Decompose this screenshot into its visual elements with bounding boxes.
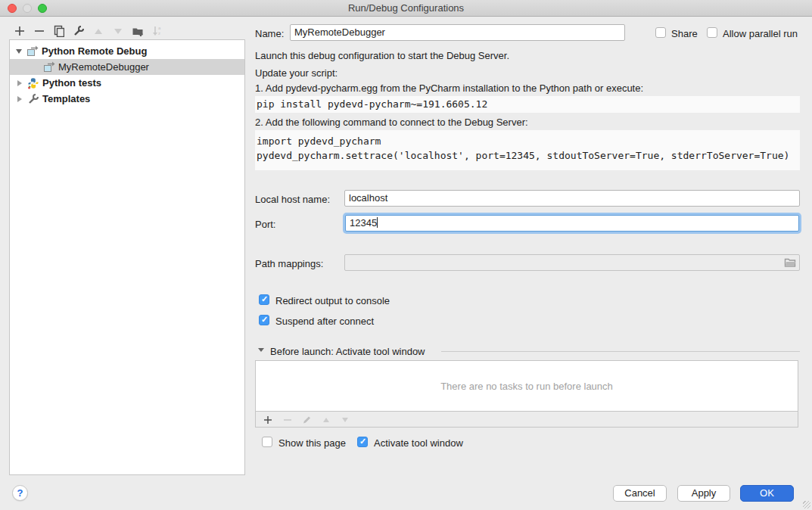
description-line-1: Launch this debug configuration to start…	[255, 50, 509, 61]
configurations-tree: Python Remote Debug MyRemoteDebugger Pyt…	[9, 39, 245, 475]
suspend-after-connect-label[interactable]: Suspend after connect	[275, 316, 374, 327]
port-label: Port:	[255, 219, 275, 230]
allow-parallel-run-label[interactable]: Allow parallel run	[723, 28, 798, 39]
tree-item-label: Python tests	[42, 77, 101, 89]
tree-item-templates[interactable]: Templates	[10, 91, 244, 107]
before-launch-title[interactable]: Before launch: Activate tool window	[270, 346, 425, 357]
expand-arrow-icon[interactable]	[17, 96, 22, 102]
path-mappings-label: Path mappings:	[255, 258, 323, 269]
edit-defaults-wrench-icon[interactable]	[71, 24, 86, 38]
before-launch-separator	[441, 351, 800, 352]
tree-item-label: MyRemoteDebugger	[58, 61, 149, 73]
window-title: Run/Debug Configurations	[0, 0, 812, 16]
new-folder-icon[interactable]	[130, 24, 145, 38]
allow-parallel-run-checkbox[interactable]	[707, 27, 717, 38]
code-line-2: pydevd_pycharm.settrace('localhost', por…	[257, 148, 798, 163]
remove-configuration-button[interactable]	[32, 24, 47, 38]
path-mappings-input[interactable]	[344, 254, 800, 271]
titlebar: Run/Debug Configurations	[0, 0, 812, 17]
svg-text:z: z	[158, 31, 160, 36]
local-host-name-input[interactable]: localhost	[344, 190, 800, 207]
move-up-icon[interactable]	[91, 24, 106, 38]
local-host-name-label: Local host name:	[255, 194, 330, 205]
zoom-window-button[interactable]	[38, 4, 47, 13]
run-config-icon	[43, 61, 55, 73]
show-this-page-checkbox[interactable]	[262, 437, 272, 447]
add-configuration-button[interactable]	[12, 24, 27, 38]
wrench-icon	[27, 93, 39, 105]
copy-configuration-icon[interactable]	[51, 24, 66, 38]
no-tasks-message: There are no tasks to run before launch	[256, 361, 798, 411]
port-input[interactable]: 12345	[345, 215, 799, 232]
close-window-button[interactable]	[8, 4, 17, 13]
expand-arrow-icon[interactable]	[17, 80, 22, 86]
remove-task-icon[interactable]	[281, 413, 294, 426]
activate-tool-window-checkbox[interactable]	[357, 437, 368, 447]
description-step-1: 1. Add pydevd-pycharm.egg from the PyCha…	[255, 82, 643, 94]
tree-item-myremotedebugger[interactable]: MyRemoteDebugger	[10, 59, 244, 75]
collapse-arrow-icon[interactable]	[16, 49, 22, 54]
tree-item-python-remote-debug[interactable]: Python Remote Debug	[10, 43, 244, 59]
description-step-2: 2. Add the following command to connect …	[255, 117, 528, 128]
add-task-icon[interactable]	[261, 413, 275, 426]
sort-alphabetically-icon[interactable]: az	[150, 24, 165, 38]
show-this-page-label[interactable]: Show this page	[278, 437, 346, 449]
before-launch-tasks-panel: There are no tasks to run before launch	[255, 360, 798, 428]
suspend-after-connect-checkbox[interactable]	[259, 315, 269, 325]
cancel-button[interactable]: Cancel	[613, 485, 667, 502]
help-button[interactable]: ?	[12, 485, 28, 501]
before-launch-collapse-icon[interactable]	[258, 348, 264, 352]
share-label[interactable]: Share	[671, 28, 698, 39]
name-label: Name:	[255, 28, 284, 39]
code-line-1: import pydevd_pycharm	[257, 134, 798, 148]
description-line-2: Update your script:	[255, 67, 338, 79]
pip-install-command: pip install pydevd-pycharm~=191.6605.12	[255, 96, 800, 113]
redirect-output-checkbox[interactable]	[259, 294, 269, 305]
tree-item-label: Templates	[42, 93, 90, 104]
text-caret	[377, 217, 378, 228]
settrace-code-block: import pydevd_pycharm pydevd_pycharm.set…	[255, 130, 800, 170]
redirect-output-label[interactable]: Redirect output to console	[275, 295, 390, 306]
activate-tool-window-label[interactable]: Activate tool window	[374, 437, 463, 449]
edit-task-pencil-icon[interactable]	[300, 413, 313, 426]
tree-item-label: Python Remote Debug	[42, 45, 147, 57]
name-input[interactable]: MyRemoteDebugger	[290, 24, 625, 41]
python-tests-icon	[27, 77, 39, 89]
move-task-down-icon[interactable]	[338, 413, 352, 426]
browse-folder-icon[interactable]	[784, 257, 796, 268]
traffic-lights	[8, 4, 47, 13]
move-down-icon[interactable]	[110, 24, 126, 38]
share-checkbox[interactable]	[655, 27, 666, 38]
tree-item-python-tests[interactable]: Python tests	[10, 75, 244, 91]
move-task-up-icon[interactable]	[319, 413, 333, 426]
ok-button[interactable]: OK	[740, 485, 794, 502]
run-debug-configurations-dialog: Run/Debug Configurations az Python Remot…	[0, 0, 812, 510]
resize-grip[interactable]	[803, 501, 810, 508]
tasks-toolbar	[256, 411, 798, 427]
apply-button[interactable]: Apply	[677, 485, 730, 502]
svg-text:a: a	[158, 26, 161, 30]
minimize-window-button[interactable]	[23, 4, 32, 13]
run-config-icon	[26, 45, 39, 58]
